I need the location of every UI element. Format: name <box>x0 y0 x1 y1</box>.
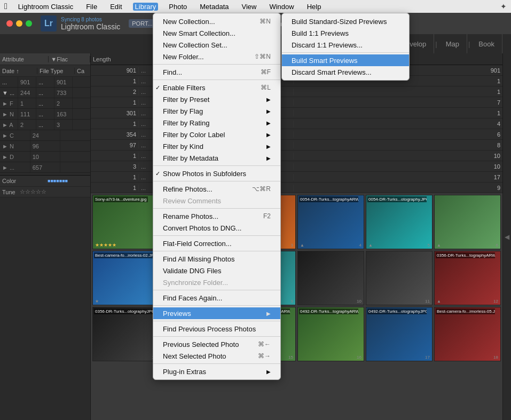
menu-filter-by-flag-label: Filter by Flag <box>163 107 203 115</box>
menu-discard-1-1-previews[interactable]: Discard 1:1 Previews... <box>282 39 409 51</box>
menu-rename-photos[interactable]: Rename Photos... F2 <box>153 210 280 222</box>
menu-bar:  Lightroom Classic File Edit Library Ph… <box>0 0 511 13</box>
photo-6-num: 6 <box>496 243 498 248</box>
photo-11[interactable]: 11 <box>366 251 433 305</box>
menu-prev-photo[interactable]: Previous Selected Photo ⌘← <box>153 338 280 350</box>
meta-col-length[interactable]: Length <box>91 53 160 65</box>
photo-6[interactable]: ▲ 6 <box>434 195 501 249</box>
menu-enable-filters-label: Enable Filters <box>163 84 205 92</box>
menubar-metadata[interactable]: Metadata <box>198 3 231 11</box>
filter-row-3[interactable]: ► N 111 ... 163 <box>0 109 90 120</box>
menu-new-collection[interactable]: New Collection... ⌘N <box>153 15 280 27</box>
menubar-lightroom-classic[interactable]: Lightroom Classic <box>16 3 75 11</box>
menu-sep-5 <box>153 208 280 209</box>
menu-sep-10 <box>153 321 280 321</box>
menu-build-standard-previews[interactable]: Build Standard-Sized Previews <box>282 15 409 27</box>
photo-13[interactable]: 0356-DR-Turks...otographyJPG 13 <box>92 307 159 361</box>
menu-filter-by-flag[interactable]: Filter by Flag ▶ <box>153 105 280 117</box>
menubar-library[interactable]: Library <box>133 3 159 11</box>
filter-cell-2-2: ... <box>36 98 54 108</box>
filter-cell-1-4 <box>73 88 90 98</box>
menu-new-smart-collection[interactable]: New Smart Collection... <box>153 27 280 39</box>
menu-plugin-extras[interactable]: Plug-in Extras ▶ <box>153 366 280 377</box>
menu-find-faces[interactable]: Find Faces Again... <box>153 292 280 304</box>
filter-cell-4-3: 3 <box>54 120 73 130</box>
menu-enable-filters-check: ✓ <box>155 84 160 91</box>
photo-4[interactable]: 0054-DR-Turks...tographyARW ▲ 4 <box>297 195 364 249</box>
menu-filter-by-metadata[interactable]: Filter by Metadata ▶ <box>153 152 280 164</box>
filter-cell-7-2 <box>60 152 90 162</box>
minimize-button[interactable] <box>16 20 22 27</box>
menubar-photo[interactable]: Photo <box>167 3 189 11</box>
module-map[interactable]: Map <box>438 34 467 53</box>
filter-row-2[interactable]: ► F 1 ... 2 <box>0 98 90 109</box>
menu-review-comments[interactable]: Review Comments <box>153 195 280 207</box>
photo-16[interactable]: 0492-DR-Turks...tographyARW 16 <box>297 307 364 361</box>
menu-discard-smart-previews[interactable]: Discard Smart Previews... <box>282 66 409 78</box>
menubar-view[interactable]: View <box>239 3 258 11</box>
module-book[interactable]: Book <box>471 34 502 53</box>
menu-refine-photos[interactable]: Refine Photos... ⌥⌘R <box>153 183 280 195</box>
filter-cell-8-0: ► ... <box>0 162 30 172</box>
filter-row-5[interactable]: ► C 24 <box>0 130 90 141</box>
menu-next-photo-label: Next Selected Photo <box>163 352 226 360</box>
menu-new-folder[interactable]: New Folder... ⇧⌘N <box>153 51 280 62</box>
photo-18[interactable]: Best-camera-fo...imorless-05.JPG 18 <box>434 307 501 361</box>
menu-build-1-1-previews-label: Build 1:1 Previews <box>292 29 349 37</box>
menu-validate-dng-label: Validate DNG Files <box>163 267 222 275</box>
menu-new-folder-label: New Folder... <box>163 53 204 61</box>
filter-cell-0-4 <box>73 77 90 87</box>
photo-5[interactable]: 0054-DR-Turks...otography.JPG ▲ 5 <box>366 195 433 249</box>
photo-12[interactable]: 0356-DR-Turks...tographyARW ▲ 12 <box>434 251 501 305</box>
menubar-file[interactable]: File <box>84 3 99 11</box>
menu-flat-field[interactable]: Flat-Field Correction... <box>153 237 280 249</box>
menubar-extras-icon: ✦ <box>500 2 507 11</box>
previews-sep <box>282 52 409 53</box>
menu-convert-dng[interactable]: Convert Photos to DNG... <box>153 222 280 234</box>
apple-menu[interactable]:  <box>4 2 7 11</box>
menu-sep-1 <box>153 64 280 65</box>
filter-row-1[interactable]: ▼ ... 244 ... 733 <box>0 88 90 98</box>
photo-7-stars: ★ <box>95 299 99 304</box>
menu-find-missing[interactable]: Find All Missing Photos <box>153 253 280 265</box>
menubar-help[interactable]: Help <box>305 3 324 11</box>
menubar-window[interactable]: Window <box>267 3 296 11</box>
menu-find[interactable]: Find... ⌘F <box>153 66 280 78</box>
menu-sync-folder[interactable]: Synchronize Folder... <box>153 276 280 288</box>
menu-new-collection-set[interactable]: New Collection Set... <box>153 39 280 51</box>
col-header-date[interactable]: Date ↑ <box>0 68 37 74</box>
filter-row-8[interactable]: ► ... 657 <box>0 162 90 173</box>
photo-1[interactable]: Sony-a7r3-la...dventure.jpg ★★★★★ 1 <box>92 195 159 249</box>
col-header-filetype[interactable]: File Type <box>37 68 75 74</box>
photo-12-num: 12 <box>493 299 498 304</box>
filter-row-6[interactable]: ► N 96 <box>0 141 90 152</box>
menu-filter-by-preset[interactable]: Filter by Preset ▶ <box>153 93 280 105</box>
menu-filter-by-color-label[interactable]: Filter by Color Label ▶ <box>153 129 280 140</box>
photo-7[interactable]: Best-camera-fo...irorless-02.JPG ★ 7 <box>92 251 159 305</box>
photo-17[interactable]: 0492-DR-Turks...otographyJPG 17 <box>366 307 433 361</box>
fullscreen-button[interactable] <box>26 20 32 27</box>
menubar-edit[interactable]: Edit <box>108 3 124 11</box>
filter-cell-0-3: 901 <box>54 77 73 87</box>
menu-build-1-1-previews[interactable]: Build 1:1 Previews <box>282 27 409 39</box>
menu-filter-by-kind[interactable]: Filter by Kind ▶ <box>153 140 280 152</box>
menu-filter-by-rating[interactable]: Filter by Rating ▶ <box>153 117 280 129</box>
filter-row-4[interactable]: ► A 2 ... 3 <box>0 120 90 130</box>
menu-build-smart-previews[interactable]: Build Smart Previews <box>282 54 409 66</box>
menu-next-photo[interactable]: Next Selected Photo ⌘→ <box>153 350 280 362</box>
lr-logo: Lr <box>41 15 57 31</box>
filter-cell-3-1: 111 <box>18 109 36 119</box>
filter-row-7[interactable]: ► D 10 <box>0 152 90 162</box>
menu-show-photos-subfolders[interactable]: ✓ Show Photos in Subfolders <box>153 168 280 179</box>
menu-validate-dng[interactable]: Validate DNG Files <box>153 265 280 276</box>
close-button[interactable] <box>6 20 13 27</box>
right-panel-toggle[interactable]: ◀ <box>502 53 511 420</box>
library-dropdown-menu: New Collection... ⌘N New Smart Collectio… <box>153 13 281 380</box>
menu-find-prev-process[interactable]: Find Previous Process Photos <box>153 323 280 335</box>
photo-10[interactable]: 10 <box>297 251 364 305</box>
menu-previews[interactable]: Previews ▶ <box>153 307 280 319</box>
rating-filter-label: Tune <box>2 189 15 195</box>
filter-cell-1-3: 733 <box>54 88 73 98</box>
photo-12-label: 0356-DR-Turks...tographyARW <box>436 252 495 258</box>
menu-enable-filters[interactable]: ✓ Enable Filters ⌘L <box>153 82 280 93</box>
